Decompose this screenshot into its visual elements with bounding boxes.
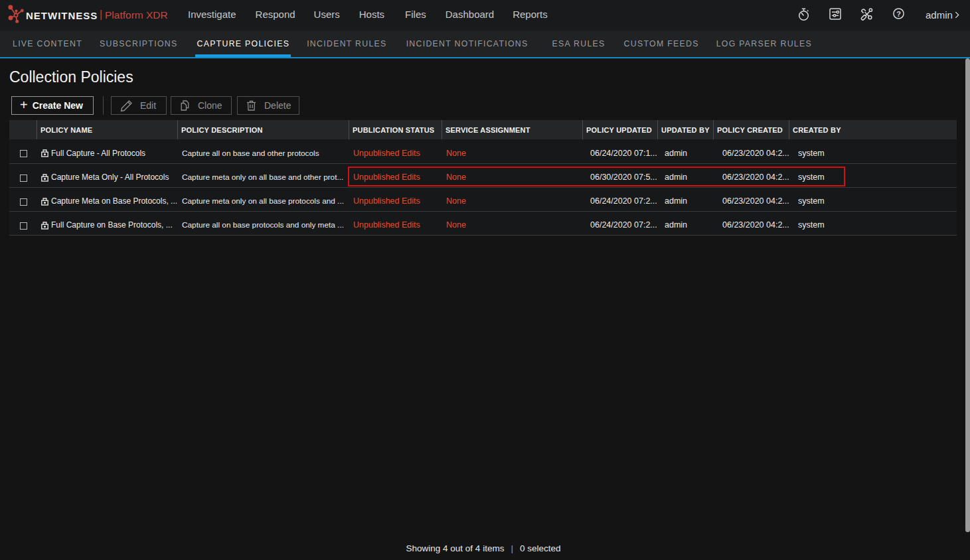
svg-text:?: ? [896, 10, 901, 18]
